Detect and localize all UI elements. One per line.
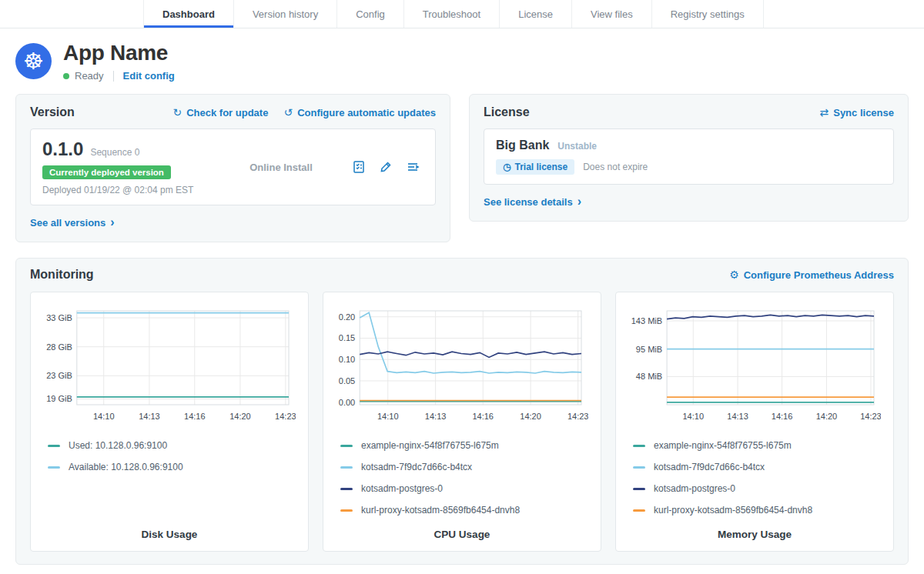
svg-text:0.20: 0.20 — [339, 312, 355, 322]
legend-color-mark — [633, 445, 645, 447]
legend-color-mark — [633, 509, 645, 512]
check-for-update-link[interactable]: ↻ Check for update — [172, 106, 268, 118]
svg-text:143 MiB: 143 MiB — [631, 316, 662, 325]
svg-text:14:20: 14:20 — [229, 412, 251, 421]
edit-config-link[interactable]: Edit config — [123, 70, 175, 82]
license-customer-name: Big Bank — [496, 138, 549, 152]
cards-row: Version ↻ Check for update ↺ Configure a… — [15, 94, 909, 242]
chevron-right-icon: › — [578, 195, 581, 208]
install-type-label: Online Install — [210, 162, 352, 173]
legend-label: Available: 10.128.0.96:9100 — [69, 462, 183, 472]
cpu-usage-chart-card: 0.200.150.100.050.0014:1014:1314:1614:20… — [323, 292, 601, 552]
tab-troubleshoot[interactable]: Troubleshoot — [403, 0, 499, 28]
svg-text:14:16: 14:16 — [184, 412, 206, 421]
configure-prometheus-link[interactable]: ⚙ Configure Prometheus Address — [729, 269, 894, 281]
legend-item: kotsadm-7f9dc7d66c-b4tcx — [633, 462, 886, 472]
gear-icon: ⚙ — [729, 269, 739, 281]
legend-label: kotsadm-postgres-0 — [361, 483, 443, 494]
see-all-versions-label: See all versions — [30, 217, 105, 229]
svg-text:14:20: 14:20 — [520, 412, 541, 421]
sequence-label: Sequence 0 — [90, 147, 139, 158]
svg-text:14:13: 14:13 — [425, 412, 447, 421]
legend-color-mark — [48, 466, 60, 469]
disk-usage-chart: 33 GiB28 GiB23 GiB19 GiB14:1014:1314:161… — [38, 303, 300, 429]
svg-text:0.00: 0.00 — [339, 398, 355, 407]
legend-item: kurl-proxy-kotsadm-8569fb6454-dnvh8 — [633, 505, 886, 516]
auto-update-icon: ↺ — [283, 106, 293, 118]
svg-text:33 GiB: 33 GiB — [46, 313, 72, 322]
legend-color-mark — [633, 466, 645, 469]
edit-version-config-icon[interactable] — [379, 160, 393, 174]
tab-dashboard[interactable]: Dashboard — [143, 0, 233, 28]
chart-title: Memory Usage — [624, 529, 886, 540]
status-text: Ready — [75, 70, 104, 82]
legend-color-mark — [340, 488, 353, 490]
svg-text:48 MiB: 48 MiB — [636, 372, 662, 381]
svg-text:19 GiB: 19 GiB — [46, 394, 72, 403]
tab-config[interactable]: Config — [336, 0, 403, 28]
version-card-title: Version — [30, 105, 75, 119]
legend-label: example-nginx-54f8f76755-l675m — [654, 440, 792, 451]
monitoring-title: Monitoring — [30, 268, 94, 282]
tab-version-history[interactable]: Version history — [233, 0, 336, 28]
status-dot-icon — [63, 73, 69, 79]
legend-color-mark — [48, 445, 60, 447]
sync-license-label: Sync license — [833, 107, 894, 118]
memory-usage-legend: example-nginx-54f8f76755-l675mkotsadm-7f… — [624, 440, 886, 516]
k8s-wheel-glyph: ☸ — [23, 50, 44, 73]
svg-text:0.15: 0.15 — [339, 333, 355, 342]
cpu-usage-chart: 0.200.150.100.050.0014:1014:1314:1614:20… — [331, 303, 593, 429]
current-version-box: 0.1.0 Sequence 0 Currently deployed vers… — [30, 128, 436, 205]
svg-text:14:23: 14:23 — [567, 412, 588, 421]
see-all-versions-link[interactable]: See all versions › — [30, 217, 115, 229]
license-card-title: License — [484, 105, 530, 119]
svg-text:14:10: 14:10 — [682, 412, 704, 421]
svg-text:95 MiB: 95 MiB — [636, 345, 662, 354]
release-notes-icon[interactable] — [352, 160, 366, 174]
divider — [113, 71, 114, 82]
sync-license-link[interactable]: ⇄ Sync license — [819, 106, 894, 118]
kubernetes-logo-icon: ☸ — [15, 43, 52, 79]
legend-item: example-nginx-54f8f76755-l675m — [633, 440, 886, 451]
svg-text:14:10: 14:10 — [377, 412, 399, 421]
legend-color-mark — [340, 445, 353, 447]
legend-item: example-nginx-54f8f76755-l675m — [340, 440, 593, 451]
svg-text:14:23: 14:23 — [860, 412, 881, 421]
legend-label: kurl-proxy-kotsadm-8569fb6454-dnvh8 — [361, 505, 520, 516]
tab-view-files[interactable]: View files — [571, 0, 651, 28]
svg-text:14:20: 14:20 — [816, 412, 838, 421]
see-license-details-link[interactable]: See license details › — [484, 196, 581, 209]
legend-item: kotsadm-postgres-0 — [633, 483, 886, 494]
legend-item: Available: 10.128.0.96:9100 — [48, 462, 300, 472]
chart-title: CPU Usage — [331, 529, 593, 540]
legend-color-mark — [340, 466, 353, 469]
version-number: 0.1.0 — [42, 138, 83, 160]
deploy-logs-icon[interactable] — [406, 160, 420, 174]
license-channel: Unstable — [557, 141, 597, 152]
legend-label: kotsadm-postgres-0 — [654, 483, 735, 494]
legend-label: kurl-proxy-kotsadm-8569fb6454-dnvh8 — [654, 505, 812, 516]
disk-usage-legend: Used: 10.128.0.96:9100Available: 10.128.… — [38, 440, 300, 472]
legend-item: Used: 10.128.0.96:9100 — [48, 440, 300, 451]
memory-usage-chart: 143 MiB95 MiB48 MiB14:1014:1314:1614:201… — [624, 303, 886, 429]
legend-item: kurl-proxy-kotsadm-8569fb6454-dnvh8 — [340, 505, 593, 516]
legend-label: kotsadm-7f9dc7d66c-b4tcx — [361, 462, 472, 472]
svg-text:0.05: 0.05 — [339, 376, 355, 385]
chart-title: Disk Usage — [38, 529, 300, 540]
svg-text:23 GiB: 23 GiB — [46, 371, 72, 380]
svg-text:14:16: 14:16 — [472, 412, 494, 421]
license-expiry: Does not expire — [583, 162, 648, 172]
page-title: App Name — [63, 41, 175, 65]
legend-item: kotsadm-7f9dc7d66c-b4tcx — [340, 462, 593, 472]
tab-registry-settings[interactable]: Registry settings — [651, 0, 764, 28]
top-nav: Dashboard Version history Config Trouble… — [0, 0, 924, 28]
chevron-right-icon: › — [110, 216, 114, 229]
license-details-box: Big Bank Unstable ◷ Trial license Does n… — [484, 128, 894, 185]
tab-license[interactable]: License — [499, 0, 571, 28]
see-license-details-label: See license details — [484, 196, 573, 208]
svg-text:14:23: 14:23 — [275, 412, 296, 421]
cpu-usage-legend: example-nginx-54f8f76755-l675mkotsadm-7f… — [331, 440, 593, 516]
legend-label: kotsadm-7f9dc7d66c-b4tcx — [654, 462, 765, 472]
configure-automatic-updates-link[interactable]: ↺ Configure automatic updates — [283, 106, 436, 118]
version-card: Version ↻ Check for update ↺ Configure a… — [15, 94, 450, 242]
